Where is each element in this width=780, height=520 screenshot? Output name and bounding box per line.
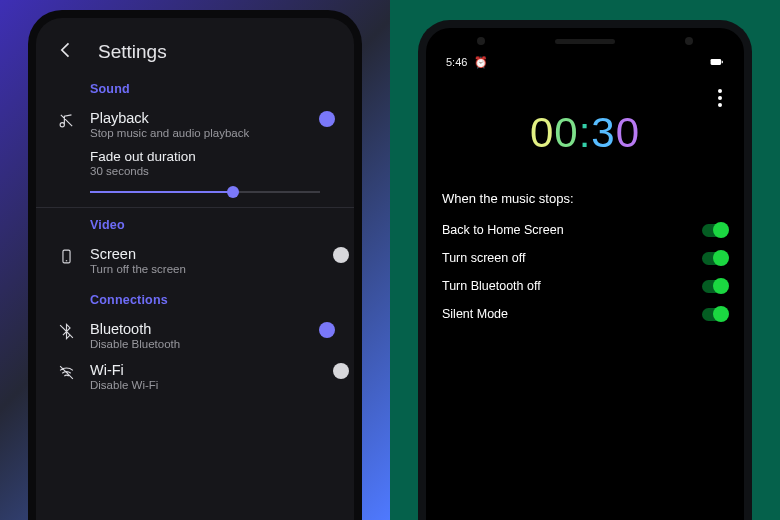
alarm-icon: ⏰ xyxy=(470,56,487,68)
toggle-option[interactable] xyxy=(702,308,728,321)
setting-screen[interactable]: Screen Turn off the screen xyxy=(56,242,334,283)
option-label: Turn Bluetooth off xyxy=(442,279,541,293)
options-heading: When the music stops: xyxy=(442,191,728,206)
setting-sub: Disable Wi-Fi xyxy=(90,379,320,391)
toggle-option[interactable] xyxy=(702,224,728,237)
status-time: 5:46 xyxy=(446,56,467,68)
overflow-menu-icon[interactable] xyxy=(718,89,722,107)
phone-sensor-bar xyxy=(440,28,730,54)
toggle-option[interactable] xyxy=(702,252,728,265)
section-label-connections: Connections xyxy=(90,293,334,307)
countdown-timer: 00:30 xyxy=(440,109,730,157)
setting-sub: Stop music and audio playback xyxy=(90,127,320,139)
option-bluetooth-off[interactable]: Turn Bluetooth off xyxy=(440,272,730,300)
slider-thumb[interactable] xyxy=(227,186,239,198)
back-icon[interactable] xyxy=(56,40,76,64)
setting-playback[interactable]: Playback Stop music and audio playback xyxy=(56,106,334,147)
fade-slider[interactable] xyxy=(90,191,320,193)
option-silent[interactable]: Silent Mode xyxy=(440,300,730,328)
setting-title: Wi-Fi xyxy=(90,362,320,378)
setting-wifi[interactable]: Wi-Fi Disable Wi-Fi xyxy=(56,358,334,399)
phone-icon xyxy=(56,246,76,265)
section-label-video: Video xyxy=(90,218,334,232)
music-note-off-icon xyxy=(56,110,76,129)
option-home[interactable]: Back to Home Screen xyxy=(440,216,730,244)
svg-rect-2 xyxy=(722,60,723,62)
setting-title: Fade out duration xyxy=(90,149,334,164)
phone-settings: Settings Sound Playback Stop music and a… xyxy=(36,18,354,520)
page-title: Settings xyxy=(98,41,167,63)
option-screen-off[interactable]: Turn screen off xyxy=(440,244,730,272)
divider xyxy=(36,207,354,208)
section-label-sound: Sound xyxy=(90,82,334,96)
option-label: Silent Mode xyxy=(442,307,508,321)
setting-sub: Turn off the screen xyxy=(90,263,320,275)
setting-title: Bluetooth xyxy=(90,321,320,337)
battery-icon xyxy=(710,57,724,69)
wifi-off-icon xyxy=(56,362,76,381)
svg-rect-1 xyxy=(711,59,722,65)
option-label: Back to Home Screen xyxy=(442,223,564,237)
setting-title: Screen xyxy=(90,246,320,262)
setting-fade-duration: Fade out duration 30 seconds xyxy=(90,149,334,193)
option-label: Turn screen off xyxy=(442,251,525,265)
right-showcase-panel: 5:46 ⏰ 00:30 When the music stops: Back … xyxy=(390,0,780,520)
status-bar: 5:46 ⏰ xyxy=(440,54,730,69)
setting-sub: 30 seconds xyxy=(90,165,334,177)
setting-sub: Disable Bluetooth xyxy=(90,338,320,350)
phone-timer: 5:46 ⏰ 00:30 When the music stops: Back … xyxy=(426,28,744,520)
setting-title: Playback xyxy=(90,110,320,126)
toggle-option[interactable] xyxy=(702,280,728,293)
left-showcase-panel: Settings Sound Playback Stop music and a… xyxy=(0,0,390,520)
setting-bluetooth[interactable]: Bluetooth Disable Bluetooth xyxy=(56,317,334,358)
bluetooth-off-icon xyxy=(56,321,76,340)
